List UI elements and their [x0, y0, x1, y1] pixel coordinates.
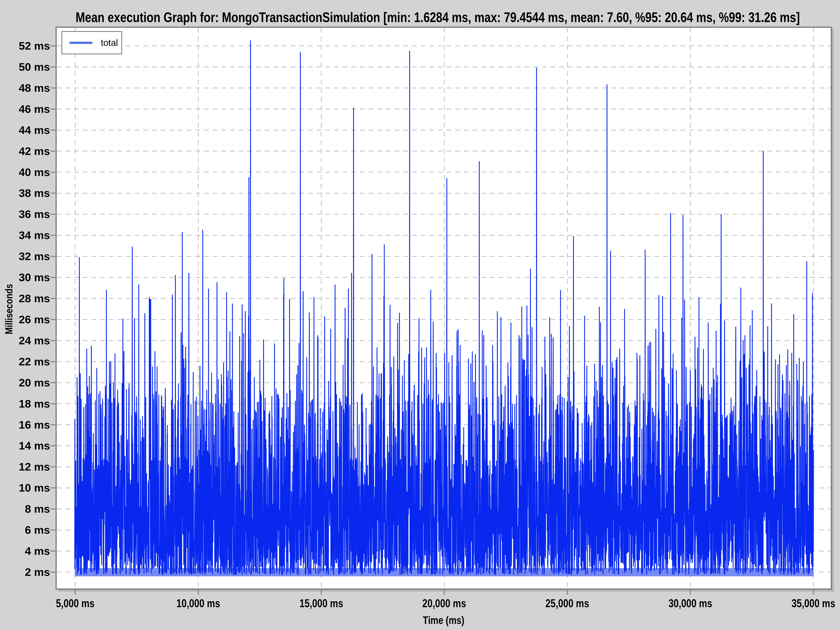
x-tick-mark: [567, 589, 568, 595]
y-tick-mark: [51, 66, 56, 68]
legend-line-swatch: [69, 42, 93, 44]
y-tick-label: 8 ms: [1, 503, 50, 515]
y-tick-mark: [51, 361, 56, 362]
y-tick-mark: [51, 45, 56, 46]
x-tick-mark: [321, 589, 322, 595]
legend-box: total: [62, 31, 122, 54]
y-tick-mark: [51, 445, 56, 446]
chart-canvas: [57, 28, 831, 589]
x-tick-mark: [444, 589, 445, 595]
y-tick-label: 50 ms: [1, 61, 50, 73]
x-axis-title-text: Time (ms): [423, 613, 464, 627]
y-tick-label: 12 ms: [1, 461, 50, 473]
y-tick-mark: [51, 529, 56, 531]
y-tick-label: 24 ms: [1, 335, 50, 346]
y-tick-mark: [51, 487, 56, 488]
y-tick-label: 4 ms: [1, 545, 50, 557]
y-tick-mark: [51, 109, 56, 110]
y-tick-label: 30 ms: [1, 272, 50, 283]
x-tick-label: 30,000 ms: [659, 597, 722, 609]
y-tick-label: 28 ms: [1, 292, 50, 305]
y-tick-mark: [51, 424, 56, 425]
x-tick-label: 10,000 ms: [167, 597, 230, 609]
y-tick-label: 40 ms: [1, 166, 50, 178]
y-tick-label: 6 ms: [1, 524, 50, 536]
y-tick-label: 26 ms: [1, 314, 50, 325]
y-tick-mark: [51, 235, 56, 236]
x-tick-label: 15,000 ms: [290, 597, 353, 609]
y-tick-mark: [51, 382, 56, 383]
y-tick-label: 2 ms: [1, 566, 50, 578]
y-tick-label: 20 ms: [1, 377, 50, 388]
y-tick-mark: [51, 298, 56, 299]
x-tick-label: 25,000 ms: [536, 597, 599, 609]
y-tick-label: 44 ms: [1, 124, 50, 136]
y-tick-mark: [51, 551, 56, 552]
y-tick-mark: [51, 403, 56, 404]
y-tick-mark: [51, 466, 56, 467]
y-tick-mark: [51, 129, 56, 131]
y-tick-mark: [51, 508, 56, 510]
y-tick-label: 42 ms: [1, 145, 50, 157]
y-tick-label: 22 ms: [1, 356, 50, 368]
y-tick-label: 52 ms: [1, 40, 50, 52]
y-tick-mark: [51, 319, 56, 320]
y-tick-label: 18 ms: [1, 398, 50, 410]
y-tick-mark: [51, 256, 56, 257]
y-tick-mark: [51, 151, 56, 152]
x-tick-label: 35,000 ms: [782, 597, 840, 609]
plot-area: [55, 27, 832, 590]
x-tick-mark: [198, 589, 199, 595]
y-tick-mark: [51, 87, 56, 88]
y-tick-label: 34 ms: [1, 229, 50, 241]
y-tick-mark: [51, 572, 56, 573]
y-tick-label: 14 ms: [1, 440, 50, 452]
y-tick-mark: [51, 340, 56, 341]
x-tick-label: 5,000 ms: [44, 597, 107, 609]
y-tick-mark: [51, 214, 56, 215]
y-tick-mark: [51, 172, 56, 173]
y-tick-mark: [51, 193, 56, 194]
x-tick-mark: [75, 589, 76, 595]
y-tick-label: 16 ms: [1, 419, 50, 431]
y-tick-label: 10 ms: [1, 482, 50, 494]
x-tick-mark: [690, 589, 691, 595]
chart-title: Mean execution Graph for: MongoTransacti…: [76, 8, 764, 27]
y-tick-label: 38 ms: [1, 187, 50, 199]
x-tick-label: 20,000 ms: [413, 597, 476, 609]
y-tick-label: 46 ms: [1, 103, 50, 115]
y-tick-label: 32 ms: [1, 250, 50, 262]
legend-series-label: total: [101, 38, 118, 48]
y-tick-label: 36 ms: [1, 208, 50, 220]
page: Mean execution Graph for: MongoTransacti…: [0, 0, 840, 630]
y-tick-label: 48 ms: [1, 82, 50, 94]
x-tick-mark: [813, 589, 814, 595]
y-tick-mark: [51, 277, 56, 278]
